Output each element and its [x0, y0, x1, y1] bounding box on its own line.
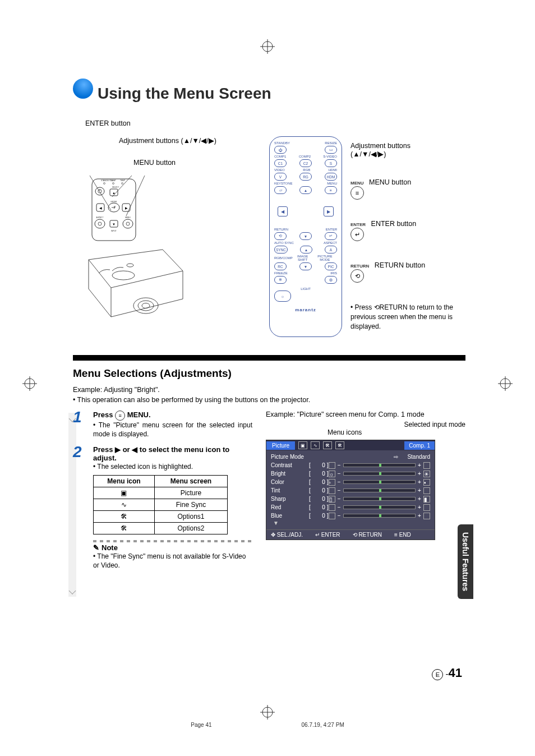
svg-text:▼: ▼ [112, 223, 116, 226]
svg-text:▲: ▲ [112, 191, 116, 195]
svg-point-47 [112, 271, 135, 280]
note-icon: ✎ [93, 543, 99, 552]
intro-note: • This operation can also be performed b… [73, 395, 465, 405]
options1-icon: 🛠 [121, 513, 127, 520]
menu-icon: ≡ [350, 186, 364, 200]
svg-point-46 [127, 264, 133, 267]
picture-icon: ▣ [121, 489, 127, 497]
svg-point-43 [133, 298, 158, 314]
page-title: Using the Menu Screen [98, 85, 271, 103]
svg-text:▶: ▶ [125, 206, 128, 210]
osd-tab-picture: Picture [266, 441, 295, 450]
crop-mark-icon [260, 705, 275, 720]
note-heading: ✎ Note [93, 543, 252, 552]
scroll-down-icon: ▼ [273, 520, 430, 526]
remote-illustration: STANDBYRESIZE ⏻▭ COMP1COMP2S-VIDEO C1C2S… [269, 136, 342, 337]
svg-text:MENU: MENU [125, 216, 131, 219]
svg-point-45 [142, 303, 150, 308]
svg-text:INPUT: INPUT [111, 230, 117, 232]
svg-text:ASPECT: ASPECT [96, 216, 104, 219]
callout-adjustment-buttons: Adjustment buttons (▲/▼/◀/▶) [119, 136, 216, 145]
menu-icon-table: Menu icon Menu screen ▣Picture ∿Fine Syn… [93, 475, 228, 534]
title-bullet-icon [73, 79, 93, 99]
picture-icon: ▣ [298, 441, 307, 449]
svg-point-35 [95, 219, 105, 228]
svg-text:ENTER: ENTER [111, 201, 118, 203]
osd-sel-adj: ✥ SEL./ADJ. [271, 532, 303, 538]
crop-mark-icon [260, 39, 275, 54]
side-tab-useful-features: Useful Features [458, 524, 473, 599]
osd-return: ⟲ RETURN [353, 532, 382, 538]
options1-icon: 🛠 [323, 441, 332, 449]
return-note: • Press ⟲RETURN to return to the previou… [350, 303, 468, 331]
crop-mark-icon [22, 376, 37, 391]
svg-point-36 [98, 222, 102, 225]
step-number: 2 [73, 443, 82, 461]
osd-input-mode: Comp. 1 [404, 441, 435, 450]
callout-enter-button: ENTER button [85, 119, 131, 127]
footer-timestamp: 06.7.19, 4:27 PM [302, 722, 344, 728]
options2-icon: 🛠 [335, 441, 344, 449]
callout-enter-button-right: ENTER ENTER button ↵ [350, 220, 468, 241]
callout-menu-icons: Menu icons [328, 428, 362, 436]
callout-adjustment-buttons-right: Adjustment buttons (▲/▼/◀/▶) [350, 142, 468, 158]
svg-point-39 [126, 222, 130, 225]
section-title: Menu Selections (Adjustments) [73, 367, 465, 380]
note-body: • The "Fine Sync" menu is not available … [93, 552, 252, 570]
svg-point-44 [138, 301, 154, 311]
callout-selected-input: Selected input mode [404, 421, 465, 428]
svg-point-17 [113, 183, 114, 185]
enter-icon: ↵ [350, 228, 364, 241]
svg-text:◀: ◀ [99, 206, 102, 210]
step-number: 1 [73, 408, 82, 426]
step-1: 1 Press ≡ MENU. • The "Picture" menu scr… [73, 411, 252, 439]
svg-point-16 [104, 183, 105, 185]
intro-example: Example: Adjusting "Bright". [73, 385, 465, 395]
svg-text:LAMP: LAMP [111, 179, 116, 182]
svg-point-22 [95, 187, 104, 195]
callout-menu-button-right: MENU MENU button ≡ [350, 178, 468, 200]
note-divider [93, 540, 252, 542]
fine-sync-icon: ∿ [121, 501, 127, 509]
osd-menu: Picture ▣ ∿ 🛠 🛠 Comp. 1 Picture Mode⇨Sta… [266, 440, 435, 540]
page-number: E -41 [432, 666, 462, 680]
fine-sync-icon: ∿ [311, 441, 320, 449]
callout-menu-button: MENU button [133, 159, 176, 167]
crop-mark-icon [498, 376, 513, 391]
osd-caption: Example: "Picture" screen menu for Comp.… [266, 411, 465, 418]
osd-end: ≡ END [394, 532, 411, 538]
step-2: 2 Press ▶ or ◀ to select the menu icon t… [73, 445, 252, 570]
section-divider [73, 355, 465, 361]
projector-illustration: STANDBY/ON LAMP TEMP SELECT ▲ ◀ ▶ [79, 176, 191, 333]
options2-icon: 🛠 [121, 524, 127, 532]
callout-return-button-right: RETURN RETURN button ⟲ [350, 261, 468, 283]
svg-text:TEMP: TEMP [120, 179, 125, 182]
menu-icon: ≡ [115, 411, 125, 421]
svg-text:SELECT: SELECT [112, 186, 119, 188]
svg-point-18 [122, 183, 123, 185]
footer-page: Page 41 [191, 722, 211, 728]
osd-enter: ↵ ENTER [315, 532, 340, 538]
svg-point-38 [123, 219, 133, 228]
return-icon: ⟲ [350, 269, 364, 283]
